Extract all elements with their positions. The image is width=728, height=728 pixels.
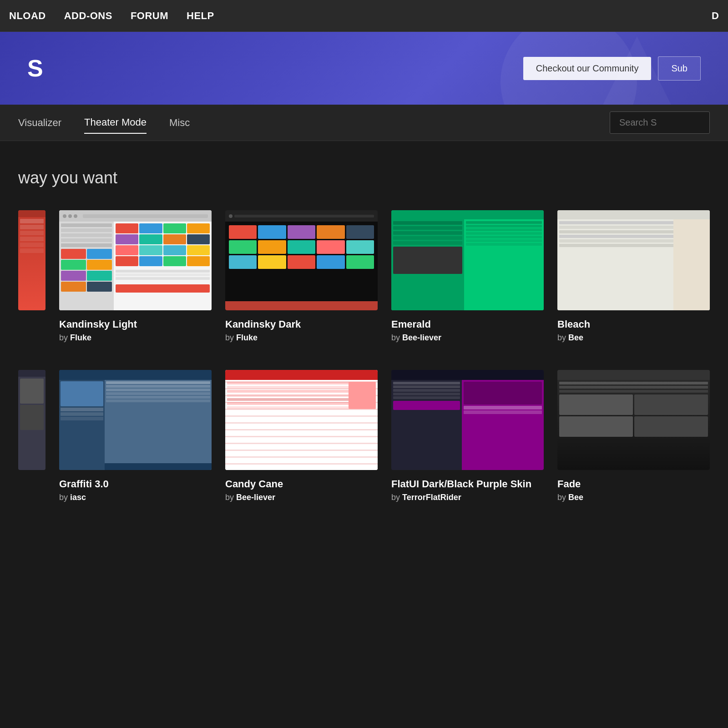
partial-card-row1[interactable] <box>18 210 46 343</box>
top-navigation: NLOAD ADD-ONS FORUM HELP D <box>0 0 728 32</box>
community-button[interactable]: Checkout our Community <box>523 57 652 80</box>
hero-buttons: Checkout our Community Sub <box>523 56 701 81</box>
hero-banner: S Checkout our Community Sub <box>0 32 728 105</box>
skin-author: by Fluke <box>225 333 378 343</box>
skin-card-kandinsky-light[interactable]: Kandinsky Light by Fluke <box>59 210 212 343</box>
skin-card-kandinsky-dark[interactable]: Kandinsky Dark by Fluke <box>225 210 378 343</box>
nav-right-item[interactable]: D <box>712 10 719 22</box>
skin-card-candy-cane[interactable]: Candy Cane by Bee-liever <box>225 370 378 502</box>
tab-misc[interactable]: Misc <box>169 112 190 133</box>
skin-name: Fade <box>557 478 710 490</box>
search-input[interactable] <box>610 111 710 134</box>
tab-theater-mode[interactable]: Theater Mode <box>84 112 147 134</box>
skins-row-2: Graffiti 3.0 by iasc <box>18 370 710 502</box>
skin-author: by Bee-liever <box>225 493 378 502</box>
skin-card-graffiti[interactable]: Graffiti 3.0 by iasc <box>59 370 212 502</box>
skin-name: Kandinsky Dark <box>225 318 378 330</box>
skin-card-fade[interactable]: Fade by Bee <box>557 370 710 502</box>
nav-download[interactable]: NLOAD <box>9 10 46 22</box>
skin-name: Bleach <box>557 318 710 330</box>
skin-author: by Bee-liever <box>391 333 544 343</box>
skin-author: by TerrorFlatRider <box>391 493 544 502</box>
skin-author: by Bee <box>557 493 710 502</box>
skin-name: FlatUI Dark/Black Purple Skin <box>391 478 544 490</box>
skin-author: by Bee <box>557 333 710 343</box>
skin-name: Kandinsky Light <box>59 318 212 330</box>
tab-visualizer[interactable]: Visualizer <box>18 112 61 133</box>
nav-items: NLOAD ADD-ONS FORUM HELP <box>9 10 214 22</box>
main-content: way you want <box>0 141 728 548</box>
skin-card-flatui-dark[interactable]: FlatUI Dark/Black Purple Skin by TerrorF… <box>391 370 544 502</box>
section-subtitle: way you want <box>18 168 710 187</box>
nav-addons[interactable]: ADD-ONS <box>64 10 112 22</box>
nav-help[interactable]: HELP <box>187 10 214 22</box>
skin-name: Emerald <box>391 318 544 330</box>
skin-author: by iasc <box>59 493 212 502</box>
nav-forum[interactable]: FORUM <box>131 10 168 22</box>
skin-card-bleach[interactable]: Bleach by Bee <box>557 210 710 343</box>
skins-row-1: Kandinsky Light by Fluke <box>18 210 710 343</box>
skin-author: by Fluke <box>59 333 212 343</box>
filter-bar: Visualizer Theater Mode Misc <box>0 105 728 141</box>
partial-card-row2[interactable] <box>18 370 46 502</box>
sub-button[interactable]: Sub <box>658 56 701 81</box>
skin-name: Candy Cane <box>225 478 378 490</box>
filter-tabs: Visualizer Theater Mode Misc <box>18 112 190 134</box>
hero-title: S <box>27 55 44 82</box>
skin-card-emerald[interactable]: Emerald by Bee-liever <box>391 210 544 343</box>
skin-name: Graffiti 3.0 <box>59 478 212 490</box>
